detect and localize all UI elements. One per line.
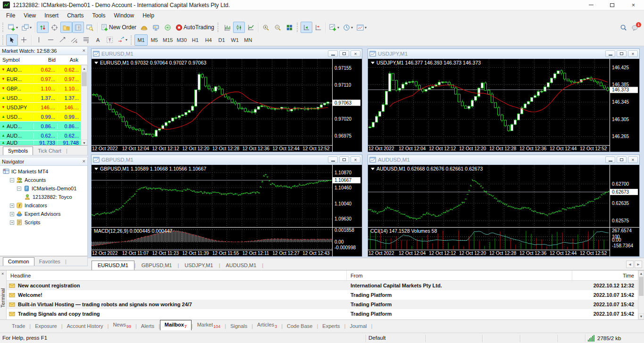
crosshair-button[interactable] (18, 34, 30, 46)
market-watch-row[interactable]: ▼USDJPY146....146.... (0, 103, 81, 112)
terminal-message-row[interactable]: Built-in Virtual Hosting — trading robot… (7, 300, 638, 309)
toolbar-grip[interactable] (217, 23, 220, 32)
chart-tab-audusd-m1[interactable]: AUDUSD,M1 (220, 261, 262, 270)
data-window-button[interactable] (49, 22, 60, 33)
expand-icon[interactable]: + (10, 212, 14, 216)
column-bid[interactable]: Bid (34, 57, 58, 63)
terminal-toggle[interactable] (72, 22, 84, 33)
chart-plot[interactable]: 1.108701.104601.100401.096301.106670.001… (92, 165, 362, 256)
market-watch-scrollbar[interactable]: ▲ ▼ (81, 65, 87, 146)
menu-tools[interactable]: Tools (88, 11, 110, 20)
menu-charts[interactable]: Charts (63, 11, 88, 20)
period-m1-button[interactable]: M1 (134, 34, 148, 46)
chart-minimize-button[interactable] (328, 156, 338, 163)
chart-tab-gbpusd-m1[interactable]: GBPUSD,M1 (136, 261, 178, 270)
channel-button[interactable]: E (68, 34, 80, 46)
navigator-toggle[interactable] (60, 22, 72, 33)
chart-window-titlebar[interactable]: GBPUSD,M1× (92, 155, 362, 165)
tree-item-scripts[interactable]: +Scripts (0, 218, 87, 227)
periods-button[interactable]: ▾ (341, 22, 355, 33)
market-watch-row[interactable]: ▲USD...0.99...0.99... (0, 112, 81, 122)
column-ask[interactable]: Ask (58, 57, 80, 63)
scrollbar-thumb[interactable] (639, 277, 644, 296)
period-h4-button[interactable]: H4 (202, 34, 215, 46)
new-order-button[interactable]: New Order (99, 22, 138, 33)
tree-item-indicators[interactable]: +fIndicators (0, 201, 87, 210)
tab-favorites[interactable]: Favorites (34, 258, 65, 266)
chart-shift-button[interactable] (312, 22, 324, 33)
terminal-tab-articles[interactable]: Articles3 (253, 320, 281, 331)
indicators-button[interactable]: ▾ (327, 22, 341, 33)
toolbar-grip[interactable] (2, 35, 5, 45)
chart-close-button[interactable]: × (351, 50, 360, 57)
chart-bars-button[interactable] (221, 22, 233, 33)
period-m30-button[interactable]: M30 (175, 34, 188, 46)
expand-icon[interactable]: + (10, 204, 14, 208)
close-icon[interactable]: × (83, 159, 85, 164)
chart-window-titlebar[interactable]: USDJPY,M1× (368, 49, 639, 59)
chart-restore-button[interactable] (339, 50, 349, 57)
market-watch-row[interactable]: ▲AUD...0.62...0.62... (0, 131, 81, 140)
terminal-tab-experts[interactable]: Experts (318, 322, 344, 331)
close-icon[interactable]: × (83, 48, 85, 53)
chart-window-titlebar[interactable]: AUDUSD,M1× (368, 155, 639, 165)
market-watch-row[interactable]: ▼EUR...0.97...0.97... (0, 74, 81, 84)
column-time[interactable]: Time (572, 270, 638, 280)
period-m5-button[interactable]: M5 (148, 34, 161, 46)
terminal-tab-market[interactable]: Market104 (193, 320, 225, 331)
search-button[interactable] (618, 22, 629, 33)
terminal-tab-journal[interactable]: Journal (345, 322, 371, 331)
templates-button[interactable]: ▾ (355, 22, 368, 33)
chart-restore-button[interactable] (339, 156, 349, 163)
trendline-button[interactable] (57, 34, 68, 46)
tree-item-12132882-toyco[interactable]: 12132882: Toyco (0, 193, 87, 201)
market-watch-toggle[interactable] (37, 22, 49, 33)
tab-tick-chart[interactable]: Tick Chart (33, 147, 66, 155)
window-minimize-button[interactable] (580, 0, 602, 10)
chart-restore-button[interactable] (617, 50, 627, 57)
status-profile[interactable]: Default (368, 335, 385, 341)
expand-icon[interactable]: + (10, 220, 14, 225)
chart-plot[interactable]: 146.425146.385146.345146.305146.265146.3… (368, 59, 639, 152)
terminal-tab-exposure[interactable]: Exposure (31, 322, 61, 331)
column-symbol[interactable]: Symbol (0, 57, 34, 63)
tree-item-expert-advisors[interactable]: +Expert Advisors (0, 210, 87, 218)
period-mn-button[interactable]: MN (242, 34, 255, 46)
terminal-tab-mailbox[interactable]: Mailbox7 (160, 320, 192, 331)
zoom-in-button[interactable] (260, 22, 272, 33)
navigator-header[interactable]: Navigator × (0, 157, 87, 166)
scroll-up-icon[interactable]: ▲ (638, 270, 644, 277)
scrollbar-thumb[interactable] (82, 72, 87, 86)
close-icon[interactable]: × (1, 271, 4, 276)
menu-file[interactable]: File (2, 11, 19, 20)
terminal-tab-code-base[interactable]: Code Base (283, 322, 317, 331)
tree-item-ic-markets-mt4[interactable]: IC Markets MT4 (0, 167, 87, 176)
virtual-hosting-button[interactable] (150, 22, 162, 33)
chart-restore-button[interactable] (617, 156, 627, 163)
zoom-out-button[interactable] (272, 22, 284, 33)
chart-plot[interactable]: 0.627000.626350.625750.62673267.65741000… (368, 165, 639, 256)
period-w1-button[interactable]: W1 (228, 34, 242, 46)
chart-minimize-button[interactable] (605, 50, 615, 57)
profiles-button[interactable]: ▾ (20, 22, 33, 33)
autotrading-button[interactable]: AutoTrading (174, 22, 216, 33)
new-chart-button[interactable]: ▾ (6, 22, 20, 33)
terminal-message-row[interactable]: Welcome!Trading Platform2022.10.07 15:42 (7, 290, 638, 300)
tab-scroll-right-icon[interactable]: ▸ (635, 261, 642, 268)
market-watch-row[interactable]: ▲USD...1.37...1.37... (0, 93, 81, 103)
column-from[interactable]: From (347, 270, 572, 280)
window-close-button[interactable]: × (623, 0, 644, 10)
cursor-button[interactable] (6, 34, 18, 46)
collapse-icon[interactable]: − (17, 187, 21, 191)
chart-line-button[interactable] (245, 22, 257, 33)
chart-close-button[interactable]: × (628, 50, 638, 57)
tab-common[interactable]: Common (3, 257, 34, 266)
menu-help[interactable]: Help (138, 11, 159, 20)
shapes-button[interactable]: ▾ (116, 34, 129, 46)
menu-insert[interactable]: Insert (40, 11, 63, 20)
chart-close-button[interactable]: × (351, 156, 360, 163)
period-d1-button[interactable]: D1 (215, 34, 228, 46)
tile-windows-button[interactable] (284, 22, 295, 33)
notifications-button[interactable]: 1 (629, 22, 641, 33)
label-button[interactable]: T (104, 34, 116, 46)
